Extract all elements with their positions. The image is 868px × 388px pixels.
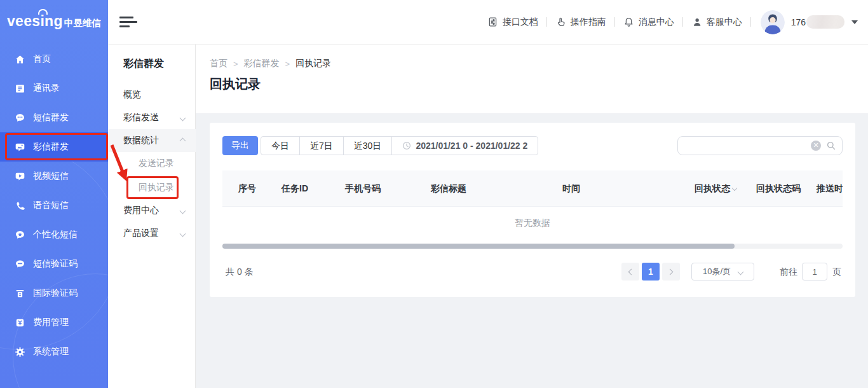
nav-support-center[interactable]: 客服中心: [691, 17, 742, 28]
table-header-row: 序号 任务ID 手机号码 彩信标题 时间 回执状态 回执状态码 推送时间: [222, 170, 843, 207]
chevron-down-icon: [180, 230, 186, 237]
scrollbar-thumb[interactable]: [222, 244, 735, 249]
primary-sidebar: veesing 中昱维信 首页 通讯录 短信群发 彩信群发 视频短信 语音短信: [0, 0, 108, 388]
submenu-item-send-records[interactable]: 发送记录: [108, 152, 196, 175]
personalized-sms-icon: [15, 230, 25, 240]
sidebar-item-intl-code[interactable]: 国际验证码: [0, 279, 108, 308]
range-7days-button[interactable]: 近7日: [299, 137, 343, 155]
brand-logo: veesing 中昱维信: [7, 13, 101, 30]
breadcrumb-separator: >: [285, 59, 290, 69]
submenu-item-mms-send[interactable]: 彩信发送: [108, 106, 196, 129]
breadcrumb: 首页 > 彩信群发 > 回执记录: [210, 58, 331, 69]
sidebar-item-mms-bulk[interactable]: 彩信群发: [0, 132, 108, 162]
chevron-down-icon: [738, 268, 744, 275]
column-header-task-id: 任务ID: [281, 170, 308, 207]
chevron-down-icon: [180, 114, 186, 121]
page-unit-label: 页: [832, 263, 841, 281]
sidebar-item-fee-management[interactable]: 费用管理: [0, 308, 108, 337]
top-bar: 接口文档 操作指南 消息中心 客服中心: [108, 0, 868, 45]
sms-code-icon: [15, 259, 25, 270]
pagination-page-1[interactable]: 1: [642, 263, 660, 281]
divider: [614, 17, 615, 27]
clock-icon: [402, 141, 411, 150]
export-button[interactable]: 导出: [222, 136, 258, 155]
home-icon: [15, 54, 25, 65]
search-icon[interactable]: [826, 141, 836, 153]
breadcrumb-home[interactable]: 首页: [210, 58, 227, 69]
support-agent-icon: [691, 17, 702, 27]
nav-api-docs[interactable]: 接口文档: [487, 17, 538, 28]
chevron-left-icon: [628, 268, 635, 275]
bell-icon: [623, 17, 634, 27]
range-today-button[interactable]: 今日: [261, 137, 299, 155]
gear-icon: [15, 347, 25, 357]
clear-icon[interactable]: ✕: [811, 141, 821, 151]
submenu-item-data-statistics[interactable]: 数据统计: [108, 129, 196, 152]
secondary-sidebar: 彩信群发 概览 彩信发送 数据统计 发送记录 回执记录 费用中心 产品设置: [108, 45, 196, 388]
content-card: 导出 今日 近7日 近30日 2021/01/21 0 - 2021/01/22…: [210, 123, 855, 297]
topbar-right: 接口文档 操作指南 消息中心 客服中心: [487, 10, 868, 34]
date-range-group: 今日 近7日 近30日 2021/01/21 0 - 2021/01/22 2: [261, 136, 538, 155]
pagination-next-button[interactable]: [662, 263, 680, 281]
main-content: 首页 > 彩信群发 > 回执记录 回执记录 导出 今日 近7日 近30日 202…: [196, 45, 868, 388]
chevron-right-icon: [667, 268, 674, 275]
avatar: [761, 10, 785, 34]
sidebar-item-personalized-sms[interactable]: 个性化短信: [0, 220, 108, 249]
sidebar-collapse-button[interactable]: [119, 17, 137, 27]
page-size-select[interactable]: 10条/页: [691, 263, 754, 281]
nav-label: 消息中心: [639, 17, 674, 28]
date-range-picker[interactable]: 2021/01/21 0 - 2021/01/22 2: [391, 137, 538, 155]
pagination-prev-button[interactable]: [621, 263, 639, 281]
column-header-status-code: 回执状态码: [756, 170, 801, 207]
nav-label: 客服中心: [707, 17, 742, 28]
app-window: 接口文档 操作指南 消息中心 客服中心: [0, 0, 868, 388]
redacted-phone-blur: [806, 15, 844, 29]
breadcrumb-mms-bulk[interactable]: 彩信群发: [244, 58, 280, 69]
column-header-mms-title: 彩信标题: [431, 170, 466, 207]
range-30days-button[interactable]: 近30日: [343, 137, 392, 155]
submenu-item-product-settings[interactable]: 产品设置: [108, 222, 196, 245]
chevron-up-icon: [180, 137, 186, 144]
sidebar-item-voice-sms[interactable]: 语音短信: [0, 191, 108, 220]
goto-page-input[interactable]: [802, 263, 827, 281]
submenu-title: 彩信群发: [123, 57, 164, 71]
chevron-down-icon: [180, 207, 186, 214]
column-header-phone: 手机号码: [345, 170, 381, 207]
brand-text: veesing: [7, 13, 63, 30]
nav-message-center[interactable]: 消息中心: [623, 17, 674, 28]
brand-text-cn: 中昱维信: [64, 17, 101, 29]
page-header: 首页 > 彩信群发 > 回执记录 回执记录: [196, 45, 868, 113]
sidebar-item-contacts[interactable]: 通讯录: [0, 74, 108, 103]
submenu-item-fee-center[interactable]: 费用中心: [108, 199, 196, 222]
column-header-push-time: 推送时间: [817, 170, 843, 207]
sidebar-item-home[interactable]: 首页: [0, 45, 108, 74]
submenu-item-receipt-records[interactable]: 回执记录: [108, 176, 196, 199]
goto-label: 前往: [780, 263, 797, 281]
date-range-text: 2021/01/21 0 - 2021/01/22 2: [416, 137, 527, 155]
divider: [750, 17, 751, 27]
api-doc-icon: [487, 17, 498, 27]
sms-bulk-icon: [15, 113, 25, 123]
column-header-seq: 序号: [238, 170, 256, 207]
intl-code-icon: [15, 288, 25, 299]
sidebar-item-video-sms[interactable]: 视频短信: [0, 162, 108, 191]
nav-guide[interactable]: 操作指南: [555, 17, 606, 28]
voice-sms-icon: [15, 200, 25, 211]
empty-state-text: 暂无数据: [222, 213, 843, 232]
user-menu[interactable]: 176: [759, 10, 858, 34]
fee-icon: [15, 317, 25, 328]
column-header-receipt-status[interactable]: 回执状态: [695, 170, 736, 207]
divider: [546, 17, 547, 27]
page-title: 回执记录: [210, 76, 261, 93]
user-dropdown-caret-icon: [851, 20, 858, 24]
pagination-total: 共 0 条: [226, 263, 254, 281]
sidebar-item-sms-bulk[interactable]: 短信群发: [0, 103, 108, 132]
contacts-icon: [15, 83, 25, 94]
mms-bulk-icon: [15, 142, 25, 153]
horizontal-scrollbar[interactable]: [222, 244, 843, 249]
sidebar-item-sms-code[interactable]: 短信验证码: [0, 249, 108, 279]
page-size-value: 10条/页: [703, 266, 731, 277]
breadcrumb-separator: >: [233, 59, 238, 69]
sidebar-item-system-management[interactable]: 系统管理: [0, 337, 108, 366]
submenu-item-overview[interactable]: 概览: [108, 83, 196, 106]
